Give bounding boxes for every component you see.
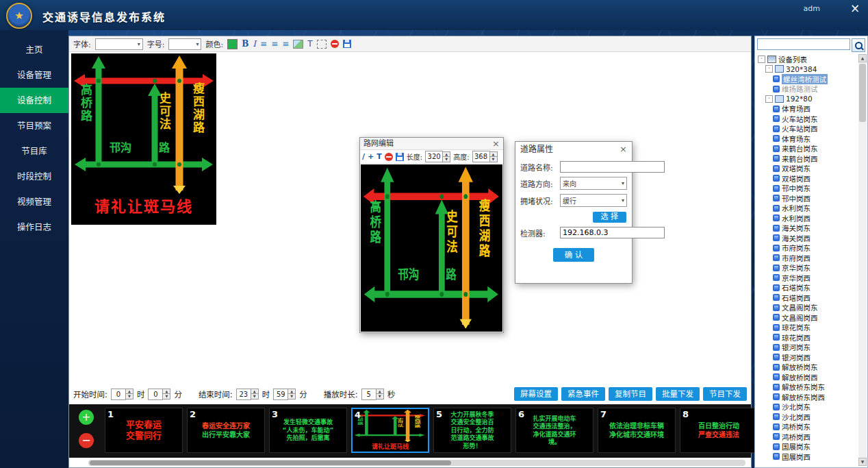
tree-node[interactable]: 邗中岗西 [756,193,858,204]
playlist-item-7[interactable]: 7依法治理非标车辆净化城市交通环境 [598,408,676,453]
tree-node[interactable]: 鸿桥岗西 [756,432,858,442]
scroll-up-icon[interactable]: ▲ [858,54,867,62]
playlist-item-8[interactable]: 8百日整治行动严查交通违法 [680,408,758,453]
delete-icon[interactable] [331,40,339,48]
tree-node[interactable]: 火车站岗东 [756,114,858,124]
sidebar-item-7[interactable]: 操作日志 [0,214,68,240]
action-button-4[interactable]: 节目下发 [703,387,747,401]
playlist-item-6[interactable]: 6扎实开展电动车交通违法整治，净化道路交通环境。 [515,408,593,453]
tree-node[interactable]: 国展岗东 [756,442,858,452]
height-stepper[interactable]: 368▲▼ [472,151,498,162]
text-tool-icon[interactable]: T [376,152,382,161]
road-name-input[interactable] [560,161,665,173]
playlist-item-1[interactable]: 1平安春运交警同行 [105,408,183,453]
tree-node[interactable]: 国展岗西 [756,452,858,462]
tree-node[interactable]: 火车站岗西 [756,124,858,134]
sidebar-item-4[interactable]: 节目库 [0,138,68,164]
line-tool-icon[interactable]: / [362,152,365,161]
playlist-item-5[interactable]: 5大力开展秋冬季交通安全整治百日行动，全力防范道路交通事故形势！ [433,408,511,453]
tree-node[interactable]: 解放桥东岗东 [756,382,858,393]
scroll-down-icon[interactable]: ▼ [858,458,867,466]
expander-icon[interactable]: - [765,95,773,103]
insert-image-icon[interactable] [293,40,303,49]
align-center-icon[interactable]: ≡ [271,39,278,49]
tree-node[interactable]: 海关岗东 [756,223,858,234]
expander-icon[interactable]: - [765,65,773,73]
tree-node[interactable]: 琼花岗东 [756,323,858,333]
action-button-3[interactable]: 批量下发 [656,387,700,401]
sidebar-item-6[interactable]: 视频管理 [0,189,68,214]
tree-node[interactable]: 沙北岗西 [756,412,858,422]
tree-node[interactable]: 文昌阁岗西 [756,312,858,323]
tree-node[interactable]: 邗中岗东 [756,184,858,194]
tree-node[interactable]: 双塔岗西 [756,173,858,184]
text-tool-icon[interactable]: T [307,39,312,49]
close-icon[interactable]: × [620,142,627,157]
window-close-icon[interactable]: × [849,1,861,15]
tree-node[interactable]: 维扬路测试 [756,84,858,95]
action-button-2[interactable]: 复制节目 [609,387,652,401]
tree-node[interactable]: 体育场东 [756,134,858,144]
start-minute-stepper[interactable]: 0▲▼ [148,389,170,400]
search-button[interactable] [852,38,865,52]
tree-node[interactable]: 水利岗西 [756,213,858,223]
remove-program-button[interactable]: − [79,433,94,448]
end-minute-stepper[interactable]: 59▲▼ [273,389,296,400]
search-input[interactable] [757,38,850,50]
tree-node[interactable]: 双塔岗东 [756,164,858,174]
tree-node[interactable]: 解放桥东岗西 [756,392,858,402]
roadnet-canvas[interactable]: 高桥路 史可法 瘦西湖路 邗沟 路 [361,164,502,332]
color-swatch[interactable] [227,39,238,49]
tree-node[interactable]: 沙北岗东 [756,402,858,412]
end-hour-stepper[interactable]: 23▲▼ [236,389,259,400]
tree-node[interactable]: 银河岗东 [756,343,858,353]
sign-preview[interactable]: 高桥路 史可法 瘦西湖路 邗沟 路 请礼让斑马线 [71,53,216,225]
save-icon[interactable] [343,40,351,48]
user-label[interactable]: adm [804,4,820,13]
sidebar-item-2[interactable]: 设备控制 [0,88,68,113]
roadnet-dialog-titlebar[interactable]: 路网编辑 × [360,138,503,150]
road-direction-select[interactable]: 来向▾ [560,177,627,190]
tree-node[interactable]: 鸿桥岗东 [756,422,858,432]
add-program-button[interactable]: + [79,410,94,425]
tree-scrollbar[interactable]: ▲ ▼ [858,54,867,466]
horizontal-scrollbar[interactable] [88,460,745,466]
tree-node[interactable]: 京华岗西 [756,273,858,283]
tree-node[interactable]: 来鹤台岗东 [756,144,858,154]
scrollbar-thumb[interactable] [859,64,866,122]
tree-node[interactable]: -320*384 [756,64,858,75]
italic-button[interactable]: I [253,39,256,49]
bold-button[interactable]: B [242,39,248,49]
frame-tool-icon[interactable] [317,40,327,49]
align-right-icon[interactable]: ≡ [282,39,289,49]
move-tool-icon[interactable]: + [368,152,374,161]
tree-node[interactable]: 文昌阁岗东 [756,303,858,313]
tree-node[interactable]: 水利岗东 [756,204,858,214]
font-select[interactable]: ▾ [95,38,143,50]
length-stepper[interactable]: 320▲▼ [425,151,450,162]
action-button-1[interactable]: 紧急事件 [561,387,605,401]
tree-node[interactable]: 体育场西 [756,104,858,114]
playlist-item-2[interactable]: 2春运安全连万家出行平安靠大家 [187,408,265,453]
tree-node[interactable]: 京华岗东 [756,263,858,273]
align-left-icon[interactable]: ≡ [260,39,267,49]
action-button-0[interactable]: 屏幕设置 [514,387,558,401]
tree-node[interactable]: 海关岗西 [756,233,858,243]
delete-icon[interactable] [385,153,393,161]
tree-node[interactable]: 石塔岗东 [756,283,858,293]
tree-node[interactable]: 解放桥岗西 [756,372,858,382]
tree-node[interactable]: -设备列表 [756,54,858,64]
tree-node[interactable]: 银河岗西 [756,352,858,362]
tree-node[interactable]: 来鹤台岗西 [756,153,858,164]
detector-input[interactable] [560,227,665,238]
tree-node[interactable]: 石塔岗西 [756,293,858,303]
scrollbar-thumb[interactable] [90,460,451,465]
confirm-button[interactable]: 确 认 [553,248,594,262]
start-hour-stepper[interactable]: 0▲▼ [111,389,133,400]
sidebar-item-3[interactable]: 节目预案 [0,113,68,138]
sidebar-item-5[interactable]: 时段控制 [0,164,68,189]
size-select[interactable]: ▾ [168,38,201,50]
tree-node[interactable]: 市府岗西 [756,253,858,263]
congestion-select[interactable]: 缓行▾ [560,194,627,207]
select-detector-button[interactable]: 选 择 [593,212,627,223]
